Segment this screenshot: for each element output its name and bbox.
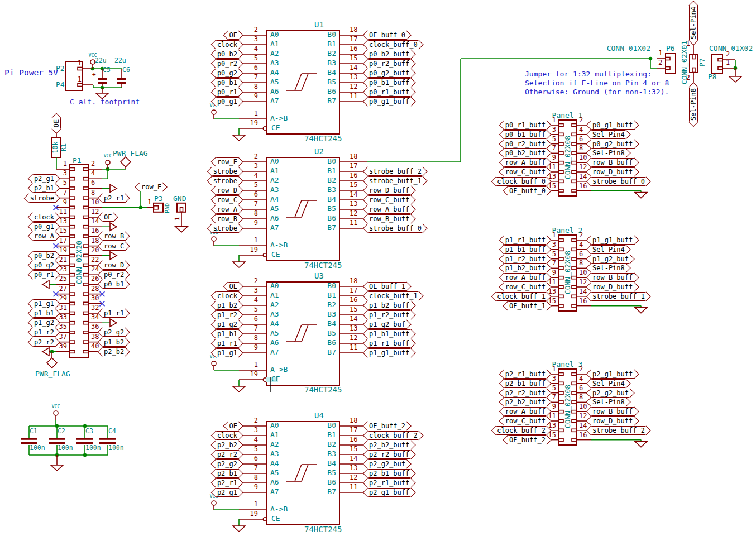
ref-c6[interactable]: C6 xyxy=(122,66,130,74)
value-u2[interactable]: 74HCT245 xyxy=(304,261,342,270)
global-label-p1-r2-buff[interactable]: p1_r2_buff xyxy=(367,310,411,319)
connector-p7-body[interactable] xyxy=(690,54,698,73)
global-label-p1-g1-buff[interactable]: p1_g1_buff xyxy=(367,348,411,357)
global-label-oe[interactable]: OE xyxy=(228,31,239,40)
global-label-row-d-buff[interactable]: row_D_buff xyxy=(591,167,634,176)
global-label-p2-b2-buff[interactable]: p2_b2_buff xyxy=(367,441,411,449)
global-label-oe-buff-2[interactable]: OE_buff_2 xyxy=(367,422,407,430)
global-label-p0-r2[interactable]: p0_r2 xyxy=(102,270,126,279)
global-label-sel-pin4[interactable]: Sel-Pin4 xyxy=(689,5,698,41)
value-u3[interactable]: 74HCT245 xyxy=(304,385,342,394)
global-label-p2-b1[interactable]: p2_b1 xyxy=(32,184,56,193)
global-label-row-a-buff[interactable]: row_A_buff xyxy=(367,205,411,214)
global-label-sel-pin8[interactable]: Sel-Pin8 xyxy=(591,149,626,157)
global-label-p2-g1[interactable]: p2_g1 xyxy=(32,174,56,183)
ref-p6[interactable]: P6 xyxy=(666,45,675,53)
global-label-p1-g2-buf[interactable]: p1_g2_buf xyxy=(367,320,407,329)
global-label-p1-r1-buff[interactable]: p1_r1_buff xyxy=(367,339,411,348)
ref-c1[interactable]: C1 xyxy=(30,428,37,435)
global-label-row-c-buff[interactable]: row_C_buff xyxy=(504,283,547,291)
global-label-sel-pin8[interactable]: Sel-Pin8 xyxy=(591,264,626,272)
global-label-sel-pin4[interactable]: Sel-Pin4 xyxy=(591,130,626,139)
global-label-p2-r1[interactable]: p2_r1 xyxy=(102,194,126,203)
global-label-clock-buff-0[interactable]: clock_buff_0 xyxy=(495,177,547,186)
global-label-row-d-buff[interactable]: row_D_buff xyxy=(591,416,634,425)
global-label-strobe-buff-1[interactable]: strobe_buff_1 xyxy=(367,176,423,185)
global-label-p2-g1[interactable]: p2_g1 xyxy=(216,488,239,497)
ref-c4[interactable]: C4 xyxy=(108,428,116,435)
global-label-row-d-buff[interactable]: row_D_buff xyxy=(367,186,411,195)
global-label-p0-r1[interactable]: p0_r1 xyxy=(32,270,56,279)
ref-panel-3[interactable]: Panel-3 xyxy=(552,361,583,369)
global-label-p0-g2-buff[interactable]: p0_g2_buff xyxy=(367,69,411,78)
global-label-row-b-buff[interactable]: row_B_buff xyxy=(591,273,634,282)
global-label-strobe[interactable]: strobe xyxy=(212,224,239,233)
global-label-p0-g2[interactable]: p0_g2 xyxy=(32,261,56,270)
note-c-alt-footprint[interactable]: C alt. footprint xyxy=(70,98,140,107)
ref-u1[interactable]: U1 xyxy=(314,20,324,29)
note-pi-power[interactable]: Pi Power 5V xyxy=(4,68,58,78)
global-label-p0-r1-buff[interactable]: p0_r1_buff xyxy=(504,121,547,130)
global-label-p2-r1-buff[interactable]: p2_r1_buff xyxy=(367,478,411,487)
note-jumper-line-3[interactable]: Otherwise: Ground (for non-1:32). xyxy=(525,88,669,97)
global-label-p1-g2-buf[interactable]: p1_g2_buf xyxy=(591,255,630,264)
ref-p4[interactable]: P4 xyxy=(56,81,65,89)
value-p8[interactable]: CONN_01X02 xyxy=(709,45,753,53)
global-label-clock[interactable]: clock xyxy=(216,291,239,300)
global-label-p2-g1-buff[interactable]: p2_g1_buff xyxy=(591,370,634,379)
global-label-p0-g1-buff[interactable]: p0_g1_buff xyxy=(367,97,411,106)
global-label-row-b-buff[interactable]: row_B_buff xyxy=(591,158,634,167)
global-label-p1-g2[interactable]: p1_g2 xyxy=(216,320,239,329)
global-label-clock[interactable]: clock xyxy=(32,213,56,222)
global-label-p1-r2[interactable]: p1_r2 xyxy=(32,328,56,337)
global-label-p2-b1[interactable]: p2_b1 xyxy=(216,469,239,478)
global-label-p1-b2[interactable]: p1_b2 xyxy=(102,338,126,347)
global-label-p1-g1[interactable]: p1_g1 xyxy=(32,299,56,308)
global-label-sel-pin4[interactable]: Sel-Pin4 xyxy=(591,245,626,254)
global-label-row-d[interactable]: row_D xyxy=(102,261,126,270)
global-label-p2-r2[interactable]: p2_r2 xyxy=(32,338,56,347)
global-label-p1-g1-buff[interactable]: p1_g1_buff xyxy=(591,236,634,245)
global-label-oe[interactable]: OE xyxy=(102,213,113,222)
global-label-strobe-buff-1[interactable]: strobe_buff_1 xyxy=(591,292,647,301)
global-label-p0-r2[interactable]: p0_r2 xyxy=(216,59,239,68)
global-label-clock-buff-2[interactable]: clock_buff_2 xyxy=(367,431,419,440)
global-label-oe-buff-0[interactable]: OE_buff_0 xyxy=(367,31,407,40)
global-label-p1-b1[interactable]: p1_b1 xyxy=(216,329,239,338)
global-label-clock-buff-1[interactable]: clock_buff_1 xyxy=(367,291,419,300)
global-label-p0-b1-buff[interactable]: p0_b1_buff xyxy=(504,130,547,139)
global-label-row-c-buff[interactable]: row_C_buff xyxy=(504,167,547,176)
global-label-p2-b2[interactable]: p2_b2 xyxy=(216,441,239,449)
global-label-row-a[interactable]: row_A xyxy=(32,232,56,241)
global-label-oe-buff-1[interactable]: OE_buff_1 xyxy=(367,282,407,291)
note-jumper-line-1[interactable]: Jumper for 1:32 multiplexing: xyxy=(525,70,652,79)
global-label-strobe-buff-0[interactable]: strobe_buff_0 xyxy=(367,224,423,233)
global-label-p0-r1-buff[interactable]: p0_r1_buff xyxy=(367,88,411,97)
global-label-p0-b2-buff[interactable]: p0_b2_buff xyxy=(504,149,547,157)
global-label-p2-b1-buff[interactable]: p2_b1_buff xyxy=(367,469,411,478)
global-label-row-b[interactable]: row_B xyxy=(216,214,239,223)
ref-c5[interactable]: C5 xyxy=(103,66,111,74)
global-label-p1-b1-buff[interactable]: p1_b1_buff xyxy=(367,329,411,338)
global-label-p0-r2-buff[interactable]: p0_r2_buff xyxy=(504,140,547,149)
global-label-oe-buff-0[interactable]: OE_buff_0 xyxy=(508,186,547,195)
global-label-row-e[interactable]: row_E xyxy=(140,183,163,191)
global-label-p2-b1-buff[interactable]: p2_b1_buff xyxy=(504,379,547,388)
global-label-row-a-buff[interactable]: row_A_buff xyxy=(504,407,547,416)
ref-p8[interactable]: P8 xyxy=(708,73,717,82)
global-label-row-a-buff[interactable]: row_A_buff xyxy=(504,158,547,167)
global-label-p1-b1[interactable]: p1_b1 xyxy=(32,309,56,318)
global-label-clock-buff-0[interactable]: clock_buff_0 xyxy=(367,40,419,49)
global-label-p1-r2[interactable]: p1_r2 xyxy=(216,310,239,319)
global-label-row-b-buff[interactable]: row_B_buff xyxy=(367,214,411,223)
global-label-strobe-buff-2[interactable]: strobe_buff_2 xyxy=(591,426,647,435)
value-c5[interactable]: 22u xyxy=(95,57,107,64)
global-label-p2-r2-buff[interactable]: p2_r2_buff xyxy=(367,450,411,459)
value-u4[interactable]: 74HCT245 xyxy=(304,525,342,534)
ref-c2[interactable]: C2 xyxy=(58,428,65,435)
global-label-sel-pin4[interactable]: Sel-Pin4 xyxy=(591,379,626,388)
global-label-p2-r2-buff[interactable]: p2_r2_buff xyxy=(504,389,547,398)
value-u1[interactable]: 74HCT245 xyxy=(304,134,342,143)
ref-panel-2[interactable]: Panel-2 xyxy=(552,227,583,235)
global-label-p0-g1[interactable]: p0_g1 xyxy=(32,222,56,231)
